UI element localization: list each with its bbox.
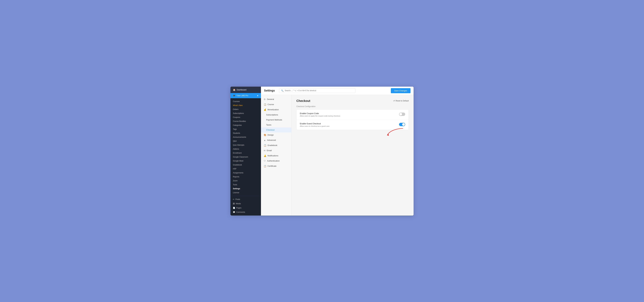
- settings-nav-design[interactable]: 🎨 Design: [261, 132, 291, 138]
- sidebar-item-courses[interactable]: Courses: [230, 99, 261, 103]
- guest-checkout-toggle[interactable]: [399, 123, 405, 126]
- settings-nav-subscriptions[interactable]: Subscriptions: [261, 112, 291, 117]
- payment-methods-label: Payment Methods: [266, 119, 282, 121]
- guest-checkout-desc: Allow users to checkout as a guest user.: [300, 125, 396, 127]
- settings-nav: ⚙ General 📋 Course 💰 Monetization Subscr…: [261, 95, 292, 216]
- sidebar-item-whats-new[interactable]: What's New: [230, 103, 261, 107]
- dashboard-icon: 🏠: [233, 89, 236, 91]
- guest-checkout-row: Enable Guest Checkout Allow users to che…: [296, 120, 408, 130]
- coupon-code-toggle[interactable]: [399, 113, 405, 116]
- course-icon: 📋: [264, 103, 266, 106]
- panel-title: Checkout: [296, 99, 310, 103]
- chevron-right-icon: ▶: [257, 95, 258, 96]
- save-changes-button[interactable]: Save Changes: [391, 88, 410, 93]
- sidebar-item-license[interactable]: License: [230, 191, 261, 195]
- notifications-label: Notifications: [268, 155, 278, 157]
- sidebar-item-reports[interactable]: Reports: [230, 175, 261, 179]
- sidebar-item-students[interactable]: Students: [230, 131, 261, 135]
- sidebar-item-media[interactable]: 🖼 Media: [230, 202, 261, 206]
- sidebar-item-google-meet[interactable]: Google Meet: [230, 159, 261, 163]
- certificate-icon: 📋: [264, 165, 266, 167]
- settings-nav-payment-methods[interactable]: Payment Methods: [261, 117, 291, 122]
- posts-icon: ✏: [233, 198, 234, 200]
- sidebar-item-addons[interactable]: Addons: [230, 147, 261, 151]
- notifications-icon: 🔔: [264, 155, 266, 157]
- course-label: Course: [268, 103, 274, 106]
- coupon-code-title: Enable Coupon Code: [300, 112, 396, 115]
- coupon-code-info: Enable Coupon Code Allow users to apply …: [300, 112, 396, 117]
- design-label: Design: [268, 134, 274, 136]
- sidebar-item-quiz-attempts[interactable]: Quiz Attempts: [230, 143, 261, 147]
- comments-icon: 💬: [233, 211, 235, 213]
- guest-checkout-thumb: [402, 123, 405, 126]
- reset-icon: ↺: [393, 100, 395, 102]
- settings-nav-gradebook[interactable]: 📋 Gradebook: [261, 143, 291, 148]
- settings-nav-notifications[interactable]: 🔔 Notifications: [261, 153, 291, 158]
- email-label: Email: [267, 149, 272, 152]
- sidebar-item-orders[interactable]: Orders: [230, 107, 261, 111]
- design-icon: 🎨: [264, 134, 266, 136]
- authentication-label: Authentication: [267, 160, 280, 162]
- guest-checkout-info: Enable Guest Checkout Allow users to che…: [300, 122, 396, 127]
- settings-nav-email[interactable]: ✉ Email: [261, 148, 291, 153]
- settings-nav-certificate[interactable]: 📋 Certificate: [261, 164, 291, 169]
- sidebar-item-zoom[interactable]: Zoom: [230, 179, 261, 183]
- sidebar-item-h5p[interactable]: H5P: [230, 167, 261, 171]
- sidebar-tutor-pro[interactable]: 🎓 Tutor LMS Pro ▶: [230, 93, 261, 98]
- settings-nav-checkout[interactable]: Checkout: [261, 127, 291, 132]
- tutor-pro-label: Tutor LMS Pro: [236, 95, 248, 97]
- coupon-code-thumb: [399, 113, 402, 116]
- guest-checkout-track[interactable]: [399, 123, 405, 126]
- sidebar-item-subscriptions[interactable]: Subscriptions: [230, 111, 261, 115]
- sidebar-item-enrollment[interactable]: Enrollment: [230, 151, 261, 155]
- page-title: Settings: [264, 89, 275, 92]
- coupon-code-desc: Allow users to apply the coupon code dur…: [300, 115, 396, 117]
- search-box: 🔍: [279, 88, 356, 93]
- settings-nav-advanced[interactable]: ▲ Advanced: [261, 138, 291, 143]
- sidebar-item-google-classroom[interactable]: Google Classroom: [230, 155, 261, 159]
- settings-nav-general[interactable]: ⚙ General: [261, 97, 291, 102]
- sidebar-nav: Courses What's New Orders Subscriptions …: [230, 98, 261, 196]
- settings-nav-monetization[interactable]: 💰 Monetization: [261, 107, 291, 112]
- sidebar-item-posts[interactable]: ✏ Posts: [230, 197, 261, 202]
- advanced-label: Advanced: [267, 139, 276, 141]
- settings-nav-course[interactable]: 📋 Course: [261, 102, 291, 107]
- sidebar-item-assignments[interactable]: Assignments: [230, 171, 261, 175]
- media-icon: 🖼: [233, 203, 235, 205]
- sidebar-item-announcements[interactable]: Announcements: [230, 135, 261, 139]
- section-label: Checkout Configuration: [296, 105, 409, 107]
- gradebook-icon: 📋: [264, 144, 266, 147]
- subscriptions-label: Subscriptions: [266, 114, 278, 116]
- authentication-icon: 🛡: [264, 160, 266, 162]
- sidebar-item-settings[interactable]: Settings: [230, 187, 261, 191]
- coupon-code-track[interactable]: [399, 113, 405, 116]
- sidebar-item-course-bundles[interactable]: Course Bundles: [230, 119, 261, 123]
- taxes-label: Taxes: [266, 124, 271, 126]
- coupon-code-row: Enable Coupon Code Allow users to apply …: [296, 109, 408, 120]
- sidebar: 🏠 Dashboard 🎓 Tutor LMS Pro ▶ Courses Wh…: [230, 87, 261, 216]
- reset-label: Reset to Default: [396, 100, 409, 102]
- certificate-label: Certificate: [268, 165, 276, 167]
- sidebar-dashboard[interactable]: 🏠 Dashboard: [230, 87, 261, 93]
- settings-nav-authentication[interactable]: 🛡 Authentication: [261, 158, 291, 164]
- sidebar-item-tools[interactable]: Tools: [230, 183, 261, 187]
- main-area: Settings 🔍 Save Changes ⚙ General 📋 Cour…: [261, 87, 414, 216]
- sidebar-item-qa[interactable]: Q&A: [230, 139, 261, 143]
- sidebar-item-pages[interactable]: 📄 Pages: [230, 206, 261, 210]
- gradebook-label: Gradebook: [268, 144, 277, 146]
- topbar: Settings 🔍 Save Changes: [261, 87, 414, 95]
- main-window: 🏠 Dashboard 🎓 Tutor LMS Pro ▶ Courses Wh…: [230, 87, 414, 216]
- sidebar-item-coupons[interactable]: Coupons: [230, 115, 261, 119]
- sidebar-item-gradebook[interactable]: Gradebook: [230, 163, 261, 167]
- checkout-settings-card: Enable Coupon Code Allow users to apply …: [296, 109, 409, 130]
- sidebar-item-categories[interactable]: Categories: [230, 123, 261, 127]
- advanced-icon: ▲: [264, 139, 266, 141]
- reset-to-default-button[interactable]: ↺ Reset to Default: [393, 100, 409, 102]
- sidebar-item-comments[interactable]: 💬 Comments: [230, 210, 261, 214]
- settings-nav-taxes[interactable]: Taxes: [261, 122, 291, 127]
- panel-header: Checkout ↺ Reset to Default: [296, 99, 409, 103]
- search-input[interactable]: [285, 89, 354, 92]
- sidebar-item-tags[interactable]: Tags: [230, 127, 261, 131]
- search-icon: 🔍: [281, 89, 284, 92]
- sidebar-bottom-section: ✏ Posts 🖼 Media 📄 Pages 💬 Comments: [230, 196, 261, 216]
